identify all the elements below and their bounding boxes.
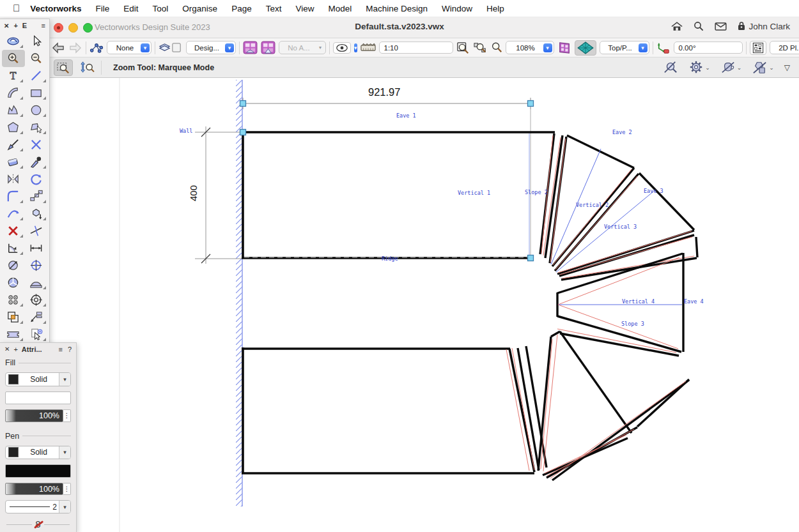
- lower-panel-outline[interactable]: [242, 347, 534, 473]
- drawing-canvas[interactable]: 921.97 400 WallEave 1Vertical 1Slope 2Ri…: [0, 78, 799, 532]
- pen-style-dropdown[interactable]: Solid ▾: [5, 446, 71, 460]
- lower-fan-panels[interactable]: [506, 329, 689, 480]
- corner-tool[interactable]: [2, 239, 25, 257]
- freehand-tool[interactable]: [2, 136, 25, 153]
- menu-item-machine-design[interactable]: Machine Design: [359, 4, 435, 13]
- menu-item-file[interactable]: File: [89, 4, 117, 13]
- search-icon[interactable]: [694, 21, 704, 31]
- rotation-field[interactable]: 0.00°: [674, 42, 743, 54]
- center-mark-tool[interactable]: [25, 257, 48, 274]
- home-icon[interactable]: [671, 22, 683, 31]
- menu-item-page[interactable]: Page: [224, 4, 259, 13]
- palette-add-icon[interactable]: +: [13, 22, 17, 29]
- rotation-axes-icon[interactable]: [656, 42, 671, 54]
- marquee-zoom-mode-button[interactable]: [54, 59, 73, 76]
- menu-item-window[interactable]: Window: [435, 4, 479, 13]
- class-dropdown[interactable]: None ▾: [107, 41, 151, 54]
- saved-view-2-icon[interactable]: [261, 41, 275, 54]
- saved-view-1-icon[interactable]: [243, 41, 258, 54]
- scale-field[interactable]: 1:10: [379, 42, 453, 54]
- layers-icon[interactable]: [159, 42, 183, 54]
- visibility-chevron-icon[interactable]: ▾: [354, 43, 357, 52]
- fillet-tool[interactable]: [2, 188, 25, 205]
- working-plane-icon[interactable]: [575, 40, 596, 56]
- menu-item-help[interactable]: Help: [479, 4, 511, 13]
- layer-dropdown[interactable]: Desig... ▾: [186, 41, 236, 54]
- palette-menu-icon[interactable]: ≡: [58, 346, 62, 353]
- menu-item-edit[interactable]: Edit: [116, 4, 145, 13]
- pen-opacity-control[interactable]: 100% ⋮: [5, 483, 71, 496]
- palette-help-icon[interactable]: ?: [68, 346, 72, 353]
- palette-add-icon[interactable]: +: [13, 346, 17, 353]
- pattern-tool[interactable]: [2, 291, 25, 308]
- menu-item-text[interactable]: Text: [259, 4, 289, 13]
- interactive-zoom-mode-button[interactable]: [78, 60, 96, 75]
- class-options-icon[interactable]: ⌄: [752, 61, 774, 75]
- render-options-icon[interactable]: ⌄: [720, 61, 742, 74]
- mail-icon[interactable]: [715, 22, 727, 31]
- callout-tool[interactable]: [25, 308, 48, 326]
- polygon-tool[interactable]: [2, 119, 25, 136]
- wall-line[interactable]: [236, 80, 242, 506]
- menu-item-view[interactable]: View: [288, 4, 321, 13]
- titleblock-tool[interactable]: [2, 326, 25, 343]
- plane-mode-dropdown[interactable]: 2D Pl... ▾: [770, 41, 799, 54]
- protractor-tool[interactable]: [25, 274, 48, 291]
- selection-tool[interactable]: [25, 33, 48, 50]
- forward-button[interactable]: [68, 42, 82, 54]
- modebar-overflow-icon[interactable]: ▽: [784, 63, 790, 72]
- eyedropper-tool[interactable]: [25, 153, 48, 171]
- palette-menu-icon[interactable]: ≡: [42, 22, 45, 29]
- height-dimension[interactable]: [195, 126, 242, 264]
- palette-close-icon[interactable]: ✕: [4, 22, 9, 29]
- selection-handles[interactable]: [240, 101, 534, 261]
- zoom-in-tool[interactable]: [2, 50, 25, 67]
- upper-fan-panels[interactable]: [540, 133, 697, 280]
- apple-menu-icon[interactable]: : [13, 3, 20, 13]
- menu-item-vectorworks[interactable]: Vectorworks: [25, 4, 88, 13]
- settings-gear-icon[interactable]: ⌄: [688, 60, 710, 75]
- menu-item-tool[interactable]: Tool: [146, 4, 176, 13]
- menu-item-model[interactable]: Model: [321, 4, 359, 13]
- eraser-tool[interactable]: [2, 153, 25, 171]
- zoom-icon[interactable]: [491, 42, 502, 54]
- target-tool[interactable]: [25, 291, 48, 308]
- viewports-icon[interactable]: [557, 41, 571, 55]
- mirror-tool[interactable]: [2, 171, 25, 188]
- view-dropdown[interactable]: Top/P... ▾: [600, 41, 649, 54]
- palette-close-icon[interactable]: ✕: [4, 346, 10, 353]
- zoom-out-tool[interactable]: [25, 50, 48, 67]
- fit-objects-zoom-icon[interactable]: [473, 42, 488, 54]
- duplicate-tool[interactable]: [25, 326, 48, 343]
- visibility-icon[interactable]: [333, 42, 351, 54]
- arc-tool[interactable]: [2, 84, 25, 102]
- fill-opacity-control[interactable]: 100% ⋮: [5, 409, 71, 422]
- active-symbol-dropdown[interactable]: No A... ▾: [279, 41, 326, 54]
- diameter-tool[interactable]: [2, 257, 25, 274]
- upper-panel-outline[interactable]: [242, 131, 555, 258]
- line-marker-control[interactable]: 8: [6, 520, 70, 529]
- fill-opacity-menu-icon[interactable]: ⋮: [63, 409, 71, 422]
- pen-opacity-menu-icon[interactable]: ⋮: [63, 483, 71, 496]
- fill-style-dropdown[interactable]: Solid ▾: [5, 372, 71, 386]
- split-tool[interactable]: [25, 222, 48, 239]
- rectangle-tool[interactable]: [25, 84, 48, 102]
- layer-scale-icon[interactable]: [361, 43, 376, 53]
- extrude-tool[interactable]: [25, 205, 48, 222]
- text-tool[interactable]: T: [2, 67, 25, 84]
- flyover-tool[interactable]: [2, 33, 25, 50]
- fit-page-zoom-icon[interactable]: [456, 42, 470, 54]
- width-dimension[interactable]: [243, 98, 531, 257]
- navigation-graph-icon[interactable]: [89, 42, 104, 53]
- delete-vertex-tool[interactable]: [25, 136, 48, 153]
- snap-grid-icon[interactable]: [750, 41, 766, 55]
- menu-item-organise[interactable]: Organise: [175, 4, 224, 13]
- zoom-level-dropdown[interactable]: 108% ▾: [506, 41, 554, 54]
- line-tool[interactable]: [25, 67, 48, 84]
- snap-loupe-icon[interactable]: [663, 61, 678, 75]
- back-button[interactable]: [51, 42, 65, 54]
- radial-tool[interactable]: [2, 274, 25, 291]
- arc-offset-tool[interactable]: [2, 205, 25, 222]
- offset-tool[interactable]: [25, 188, 48, 205]
- trim-tool[interactable]: [2, 222, 25, 239]
